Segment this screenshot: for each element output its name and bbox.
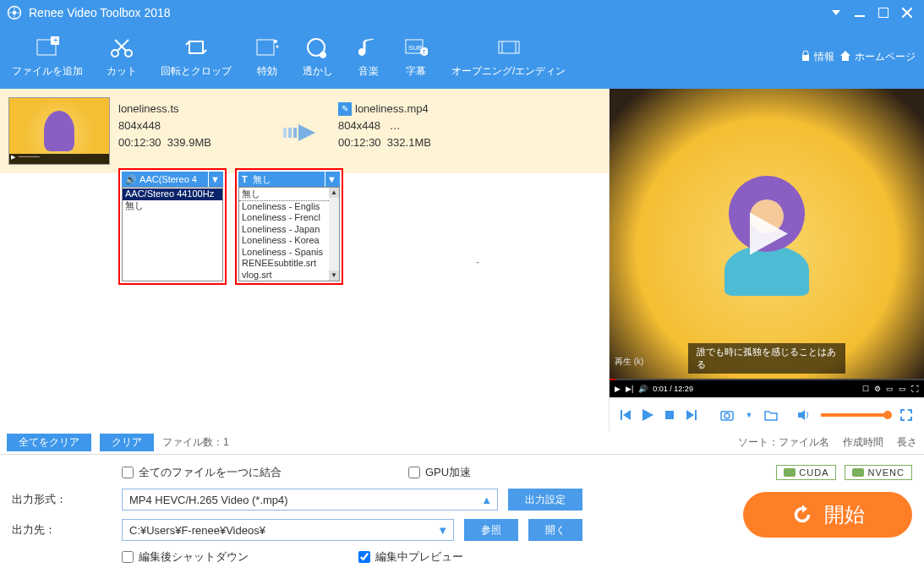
music-icon <box>357 36 380 59</box>
dest-resolution: 804x448 <box>338 119 380 132</box>
clear-button[interactable]: クリア <box>100 434 154 451</box>
dest-extra: … <box>390 119 401 132</box>
volume-icon[interactable] <box>794 406 812 424</box>
browse-button[interactable]: 参照 <box>464 519 518 541</box>
yt-fullscreen-icon[interactable]: ⛶ <box>911 385 919 393</box>
main-area: ▶───── loneliness.ts 804x448 00:12:30 33… <box>0 89 924 431</box>
audio-dropdown-list[interactable]: AAC/Stereo 44100Hz 無し <box>122 187 223 281</box>
video-progress-bar[interactable]: ▶ ▶| 🔊 0:01 / 12:29 ☐ ⚙ ▭ ▭ ⛶ <box>610 380 924 397</box>
camera-dropdown-icon[interactable]: ▼ <box>740 406 758 424</box>
preview-video[interactable] <box>610 89 924 380</box>
scroll-up-icon[interactable]: ▲ <box>329 188 339 198</box>
svg-rect-6 <box>878 8 888 18</box>
merge-checkbox[interactable]: 全てのファイルを一つに結合 <box>122 465 282 480</box>
svg-marker-35 <box>623 410 631 420</box>
subtitle-option[interactable]: 無し <box>239 188 339 201</box>
text-icon: T <box>242 174 248 184</box>
preview-controls: ▼ <box>610 397 924 431</box>
svg-marker-38 <box>686 410 694 420</box>
subtitle-dropdown-list[interactable]: 無し Loneliness - Englis Loneliness - Fren… <box>238 187 340 281</box>
subtitle-option[interactable]: RENEEsubtitle.srt <box>239 258 339 270</box>
file-row[interactable]: ▶───── loneliness.ts 804x448 00:12:30 33… <box>0 89 609 173</box>
subtitle-option[interactable]: Loneliness - Korea <box>239 235 339 247</box>
output-format-select[interactable]: MP4 HEVC/H.265 Video (*.mp4)▲ <box>122 489 498 511</box>
scrollbar[interactable]: ▲ ▼ <box>329 188 339 281</box>
yt-pip-icon[interactable]: ▭ <box>886 385 894 393</box>
tool-subtitle[interactable]: SUBT 字幕 <box>392 25 440 89</box>
play-overlay-icon[interactable] <box>741 208 792 261</box>
film-icon <box>497 36 521 59</box>
yt-next-icon[interactable]: ▶| <box>626 385 633 393</box>
svg-text:T: T <box>422 48 426 56</box>
volume-slider[interactable] <box>821 413 888 417</box>
camera-button[interactable] <box>718 406 736 424</box>
shutdown-label: 編集後シャットダウン <box>139 549 249 565</box>
maximize-button[interactable] <box>873 3 894 23</box>
tool-add-file[interactable]: + ファイルを追加 <box>0 25 95 89</box>
edit-preview-checkbox[interactable]: 編集中プレビュー <box>358 549 463 565</box>
yt-volume-icon[interactable]: 🔊 <box>638 385 648 393</box>
svg-rect-5 <box>855 15 865 17</box>
effects-icon <box>255 36 279 59</box>
sort-filename[interactable]: ファイル名 <box>779 436 829 448</box>
dest-duration: 00:12:30 <box>338 136 381 149</box>
stop-button[interactable] <box>660 406 679 424</box>
start-label: 開始 <box>824 501 865 528</box>
info-link[interactable]: 情報 <box>801 50 834 64</box>
audio-dropdown-header[interactable]: 🔊 AAC(Stereo 4 ▼ <box>122 172 223 187</box>
tool-effects[interactable]: 特効 <box>243 25 291 89</box>
info-label: 情報 <box>814 50 834 64</box>
clear-all-button[interactable]: 全てをクリア <box>7 434 91 451</box>
chevron-down-icon[interactable]: ▼ <box>208 172 221 187</box>
next-button[interactable] <box>682 406 701 424</box>
gpu-label: GPU加速 <box>425 465 471 480</box>
audio-option[interactable]: 無し <box>123 200 222 212</box>
subtitle-option[interactable]: Loneliness - Japan <box>239 224 339 236</box>
output-dest-input[interactable]: C:¥Users¥F-renee¥Videos¥▼ <box>122 519 454 541</box>
close-button[interactable] <box>897 3 917 23</box>
scroll-down-icon[interactable]: ▼ <box>329 270 339 281</box>
homepage-link[interactable]: ホームページ <box>839 50 916 64</box>
folder-button[interactable] <box>762 406 780 424</box>
sort-length[interactable]: 長さ <box>897 435 917 450</box>
tool-label: 特効 <box>257 64 277 79</box>
subtitle-option[interactable]: Loneliness - Frencl <box>239 212 339 224</box>
subtitle-option[interactable]: Loneliness - Spanis <box>239 247 339 259</box>
toolbar-right-links: 情報 ホームページ <box>801 50 924 64</box>
tool-watermark[interactable]: 透かし <box>291 25 345 89</box>
yt-cc-icon[interactable]: ☐ <box>862 385 869 393</box>
subtitle-option[interactable]: vlog.srt <box>239 270 339 281</box>
tool-rotate-crop[interactable]: 回転とクロップ <box>149 25 243 89</box>
sort-created[interactable]: 作成時間 <box>843 435 883 450</box>
open-button[interactable]: 開く <box>528 519 582 541</box>
fullscreen-button[interactable] <box>897 406 916 424</box>
tool-label: オープニング/エンディン <box>451 64 566 79</box>
prev-button[interactable] <box>616 406 635 424</box>
tool-opening-ending[interactable]: オープニング/エンディン <box>440 25 577 89</box>
cuda-badge: CUDA <box>776 465 836 480</box>
source-duration: 00:12:30 <box>118 136 161 149</box>
start-button[interactable]: 開始 <box>743 492 912 538</box>
main-toolbar: + ファイルを追加 カット 回転とクロップ 特効 透かし 音楽 SUBT 字幕 … <box>0 25 924 89</box>
lock-icon <box>801 50 811 64</box>
footer-bar: 全てをクリア クリア ファイル数：1 ソート：ファイル名 作成時間 長さ <box>0 431 924 455</box>
yt-theater-icon[interactable]: ▭ <box>899 385 906 393</box>
yt-settings-icon[interactable]: ⚙ <box>874 385 881 393</box>
subtitle-dropdown-header[interactable]: T 無し ▼ <box>238 172 340 187</box>
output-settings-button[interactable]: 出力設定 <box>508 489 582 511</box>
dropdown-icon[interactable] <box>826 3 846 23</box>
edit-icon[interactable]: ✎ <box>338 102 352 116</box>
subtitle-option[interactable]: Loneliness - Englis <box>239 201 339 213</box>
svg-rect-31 <box>293 128 297 138</box>
chevron-down-icon[interactable]: ▼ <box>325 172 338 187</box>
audio-option[interactable]: AAC/Stereo 44100Hz <box>123 188 222 200</box>
tool-cut[interactable]: カット <box>95 25 149 89</box>
yt-play-icon[interactable]: ▶ <box>615 385 621 393</box>
shutdown-checkbox[interactable]: 編集後シャットダウン <box>122 549 249 565</box>
minimize-button[interactable] <box>850 3 870 23</box>
gpu-checkbox[interactable]: GPU加速 <box>408 465 471 480</box>
tool-music[interactable]: 音楽 <box>345 25 392 89</box>
file-list-area: ▶───── loneliness.ts 804x448 00:12:30 33… <box>0 89 610 431</box>
play-button[interactable] <box>638 406 657 424</box>
video-thumbnail[interactable]: ▶───── <box>8 97 110 165</box>
